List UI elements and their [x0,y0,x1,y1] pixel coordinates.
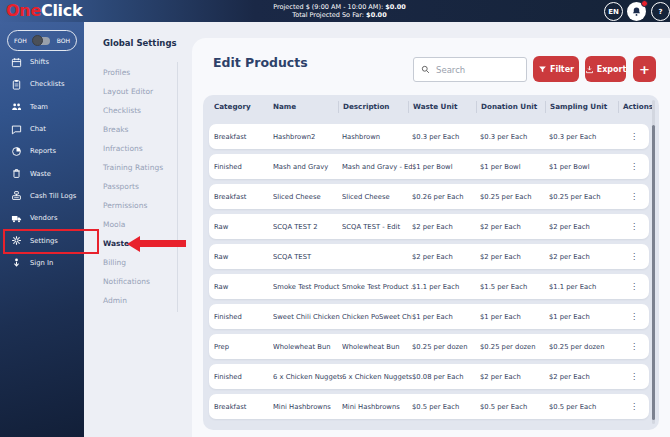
more-options-icon[interactable]: ⋮ [630,223,638,231]
bell-icon [631,6,642,17]
table-row: Raw SCQA TEST 2 SCQA TEST - Edit $2 per … [209,214,649,239]
cell-waste-unit: $0.08 per Each [412,373,480,381]
cell-waste-unit: $2 per Each [412,253,480,261]
help-button[interactable]: ? [651,2,670,21]
cell-donation-unit: $0.3 per Each [480,133,549,141]
more-options-icon[interactable]: ⋮ [630,343,638,351]
team-icon [11,101,22,112]
settings-menu-panel: Global Settings Profiles Layout Editor C… [84,22,192,437]
cell-category: Raw [214,253,273,261]
trash-icon [11,168,22,179]
filter-button[interactable]: Filter [533,56,579,82]
gear-icon [11,235,22,246]
sidebar-item[interactable]: Checklists [0,73,84,95]
table-row: Breakfast Sliced Cheese Sliced Cheese $0… [209,184,649,209]
sidebar-item[interactable]: Sign In [0,252,84,274]
sidebar-item-label: Shifts [30,58,49,66]
cell-sampling-unit: $1 per Bowl [549,163,622,171]
cell-sampling-unit: $0.25 per Each [549,193,622,201]
chat-icon [11,124,22,135]
settings-menu-item[interactable]: Admin [84,291,177,310]
app-screen: OneClick Projected $ (9:00 AM - 10:00 AM… [0,0,670,437]
cell-description: Sliced Cheese [342,193,412,201]
cell-description: Hashbrown [342,133,412,141]
more-options-icon[interactable]: ⋮ [630,403,638,411]
settings-menu-item[interactable]: Infractions [84,139,177,158]
more-options-icon[interactable]: ⋮ [630,133,638,141]
column-header-description: Description [338,101,412,113]
cell-description: Wholewheat Bun [342,343,412,351]
sidebar-item[interactable]: Chat [0,118,84,140]
sidebar-item[interactable]: Waste [0,162,84,184]
more-options-icon[interactable]: ⋮ [630,283,638,291]
column-header-waste-unit: Waste Unit [408,101,480,113]
cell-waste-unit: $1.1 per Each [412,283,480,291]
sidebar-item[interactable]: Shifts [0,51,84,73]
table-scrollbar-thumb[interactable] [652,125,655,420]
table-row: Breakfast Mini Hashbrowns Mini Hashbrown… [209,394,649,419]
settings-menu-item[interactable]: Notifications [84,272,177,291]
content-card: Edit Products Filter Export + Category N [192,38,670,437]
cell-sampling-unit: $1 per Each [549,313,622,321]
export-button[interactable]: Export [585,56,626,82]
cell-sampling-unit: $1.1 per Each [549,283,622,291]
settings-menu-item[interactable]: Training Ratings [84,158,177,177]
products-table: Category Name Description Waste Unit Don… [203,95,659,430]
sidebar-item[interactable]: Team [0,96,84,118]
cell-donation-unit: $0.25 per dozen [480,343,549,351]
cell-name: SCQA TEST 2 [273,223,342,231]
settings-menu-item[interactable]: Breaks [84,120,177,139]
sidebar-item-label: Checklists [30,80,64,88]
cell-description: SCQA TEST - Edit [342,223,412,231]
settings-menu-title: Global Settings [103,38,177,48]
sidebar-item-label: Cash Till Logs [30,192,76,200]
sidebar-item-label: Reports [30,147,56,155]
more-options-icon[interactable]: ⋮ [630,373,638,381]
language-button[interactable]: EN [604,2,623,21]
add-product-button[interactable]: + [633,56,656,82]
toggle-switch[interactable] [34,37,50,45]
search-input[interactable] [436,65,516,75]
settings-menu-item[interactable]: Billing [84,253,177,272]
sidebar-item-label: Team [30,103,48,111]
calendar-icon [11,57,22,68]
cell-name: 6 x Chicken Nuggets [273,373,342,381]
page-title: Edit Products [213,55,308,70]
cell-category: Raw [214,283,273,291]
cell-description: Mini Hashbrowns [342,403,412,411]
cell-donation-unit: $0.5 per Each [480,403,549,411]
settings-menu-item[interactable]: Layout Editor [84,82,177,101]
cell-category: Breakfast [214,193,273,201]
settings-menu-item[interactable]: Profiles [84,63,177,82]
sidebar-item[interactable]: Reports [0,140,84,162]
column-header-name: Name [273,101,342,113]
more-options-icon[interactable]: ⋮ [630,163,638,171]
settings-menu-item[interactable]: Permissions [84,196,177,215]
more-options-icon[interactable]: ⋮ [630,313,638,321]
cell-waste-unit: $0.25 per dozen [412,343,480,351]
cell-sampling-unit: $0.5 per Each [549,403,622,411]
cell-name: Sliced Cheese [273,193,342,201]
cell-waste-unit: $0.3 per Each [412,133,480,141]
projected-hour-value: $0.00 [385,3,406,11]
settings-menu-item[interactable]: Passports [84,177,177,196]
sidebar-item[interactable]: Settings [0,229,84,251]
cell-description: 6 x Chicken Nuggets [342,373,412,381]
more-options-icon[interactable]: ⋮ [630,193,638,201]
more-options-icon[interactable]: ⋮ [630,253,638,261]
annotation-arrow-body [140,240,186,247]
toggle-knob[interactable] [32,35,43,46]
cell-donation-unit: $1.5 per Each [480,283,549,291]
foh-label: FOH [14,37,27,44]
pie-chart-icon [11,146,22,157]
notifications-button[interactable] [627,2,646,21]
sidebar-item[interactable]: Cash Till Logs [0,185,84,207]
settings-menu-item[interactable]: Checklists [84,101,177,120]
search-box[interactable] [413,57,527,82]
settings-menu-list: Profiles Layout Editor Checklists Breaks… [84,63,177,310]
cell-waste-unit: $1 per Each [412,313,480,321]
cell-sampling-unit: $0.3 per Each [549,133,622,141]
cell-description: Chicken PoSweet Chi... [342,313,412,321]
foh-boh-toggle[interactable]: FOH BOH [7,30,77,51]
sidebar-item[interactable]: Vendors [0,207,84,229]
